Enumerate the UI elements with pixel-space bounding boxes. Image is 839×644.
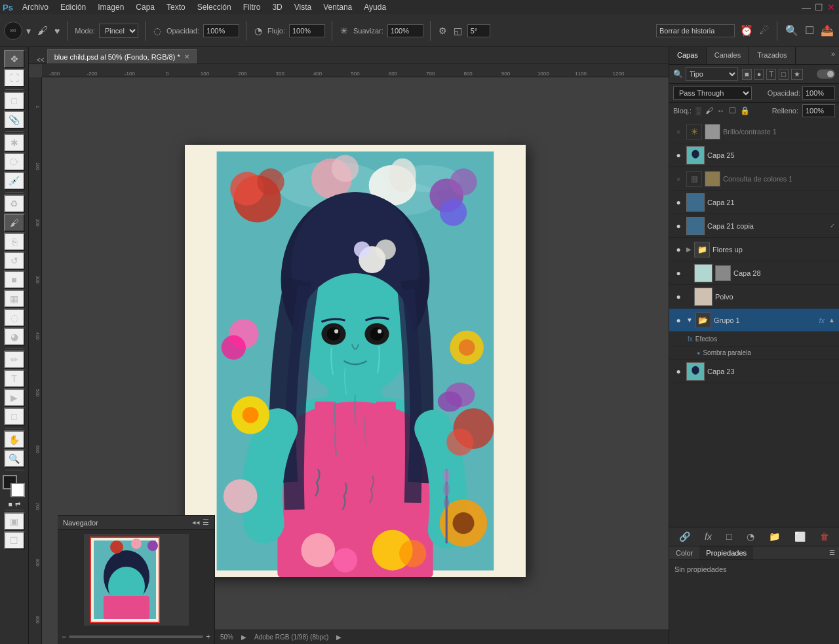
lock-transparent-icon[interactable]: ░ [695,106,701,115]
lock-image-icon[interactable]: 🖌 [705,106,713,115]
group-expand-icon[interactable]: ▼ [686,316,693,324]
layer-filter-select[interactable]: Tipo [686,67,738,81]
lock-artboard-icon[interactable]: ☐ [729,106,736,115]
tab-layers[interactable]: Capas [669,47,707,64]
eyedropper-tool[interactable]: 💉 [4,172,25,190]
opacity-input[interactable] [203,24,239,37]
marquee-tool[interactable]: □ [4,92,25,110]
opacity-value-input[interactable] [802,86,835,100]
blend-mode-select[interactable]: Pass Through [673,86,752,100]
menu-capa[interactable]: Capa [130,1,160,13]
filter-adj-icon[interactable]: ● [754,69,764,80]
brush-shape-icon[interactable]: ♥ [53,24,61,37]
zoom-slider[interactable] [69,635,203,638]
menu-edicion[interactable]: Edición [55,1,91,13]
zoom-out-btn[interactable]: − [62,632,66,641]
delete-layer-btn[interactable]: 🗑 [817,530,832,543]
layer-item[interactable]: ● Capa 28 [669,261,839,285]
layer-item[interactable]: ● Capa 21 [669,191,839,214]
angle-input[interactable] [467,24,490,37]
angle-icon[interactable]: ◱ [452,24,463,37]
hand-tool[interactable]: ✋ [4,430,25,449]
layer-item[interactable]: ● Capa 23 [669,360,839,383]
fill-value-input[interactable] [802,104,835,117]
layer-visibility-icon[interactable]: ● [673,315,684,326]
screen-mode-icon[interactable]: ☐ [4,531,25,550]
bottom-panel-options[interactable]: ☰ [825,546,839,559]
menu-texto[interactable]: Texto [161,1,191,13]
mode-select[interactable]: Pincel [99,24,138,38]
menu-3d[interactable]: 3D [267,1,287,13]
layer-visibility-icon[interactable]: ● [673,126,684,137]
artwork-canvas[interactable] [185,145,526,577]
layer-visibility-icon[interactable]: ● [673,150,684,161]
airbrush-icon[interactable]: ◔ [253,24,263,37]
navigator-collapse-icon[interactable]: ◂◂ [192,518,200,527]
filter-shape-icon[interactable]: □ [779,69,789,80]
layer-visibility-icon[interactable]: ● [673,268,684,278]
zoom-in-btn[interactable]: + [206,632,210,641]
layer-visibility-icon[interactable]: ● [673,174,684,184]
settings-icon[interactable]: ⚙ [437,24,448,37]
dodge-tool[interactable]: ◕ [4,328,25,346]
smooth-input[interactable] [387,24,423,37]
menu-archivo[interactable]: Archivo [17,1,54,13]
connect-icon[interactable]: ☄ [758,23,770,38]
layer-group-item[interactable]: ● ▼ 📂 Grupo 1 fx ▲ [669,309,839,332]
tool-preset-arrow[interactable]: ▾ [25,24,32,37]
layer-item[interactable]: ● Capa 21 copia ✓ [669,214,839,238]
color-swatches[interactable] [3,475,26,499]
filter-toggle[interactable] [817,69,835,79]
layer-group-item[interactable]: ● ▶ 📁 Flores up [669,238,839,261]
filter-smart-icon[interactable]: ★ [791,69,803,80]
layer-visibility-icon[interactable]: ● [673,197,684,208]
menu-ventana[interactable]: Ventana [318,1,357,13]
filter-pixel-icon[interactable]: ■ [742,69,752,80]
swap-colors-icon[interactable]: ⇄ [15,501,20,508]
tab-paths[interactable]: Trazados [749,47,795,64]
add-fx-btn[interactable]: fx [702,530,714,543]
blur-tool[interactable]: ◌ [4,309,25,327]
add-mask-btn[interactable]: □ [724,530,734,543]
menu-imagen[interactable]: Imagen [92,1,129,13]
quick-mask-icon[interactable]: ▣ [4,512,25,531]
menu-vista[interactable]: Vista [289,1,317,13]
navigator-thumbnail[interactable] [84,534,189,626]
quick-select-tool[interactable]: ✱ [4,134,25,152]
share-icon[interactable]: 📤 [819,23,835,38]
pen-tool[interactable]: ✏ [4,350,25,369]
document-tab[interactable]: blue child.psd al 50% (Fondo, RGB/8) * ✕ [47,49,197,64]
tab-channels[interactable]: Canales [707,47,749,64]
text-tool[interactable]: T [4,369,25,388]
smoothing-icon[interactable]: ✳ [339,24,349,37]
gradient-tool[interactable]: ▦ [4,290,25,308]
zoom-tool[interactable]: 🔍 [4,449,25,468]
layer-item[interactable]: ● ☀ Brillo/contraste 1 [669,120,839,143]
history-brush-tool[interactable]: ↺ [4,252,25,270]
menu-filtro[interactable]: Filtro [238,1,266,13]
artboard-tool[interactable]: ⛶ [4,69,25,87]
background-color[interactable] [10,483,25,497]
layer-fx-collapse-icon[interactable]: ▲ [829,316,835,324]
minimize-btn[interactable]: — [800,1,812,14]
layer-visibility-icon[interactable]: ● [673,244,684,255]
flow-input[interactable] [289,24,325,37]
create-layer-btn[interactable]: ⬜ [792,530,808,543]
lock-all-icon[interactable]: 🔒 [740,106,750,115]
maximize-btn[interactable]: ☐ [813,1,825,14]
move-tool[interactable]: ✥ [4,50,25,68]
eraser-tool[interactable]: ■ [4,271,25,289]
layer-visibility-icon[interactable]: ● [673,366,684,377]
create-adjustment-btn[interactable]: ◔ [744,530,757,543]
brush-tool[interactable]: 🖌 [4,214,25,232]
panels-collapse[interactable]: << [34,56,47,64]
workspace-icon[interactable]: ☐ [804,23,815,38]
spot-heal-tool[interactable]: ♻ [4,195,25,213]
close-btn[interactable]: ✕ [826,1,836,14]
navigator-menu-icon[interactable]: ☰ [203,518,209,527]
layer-visibility-icon[interactable]: ● [673,221,684,231]
menu-seleccion[interactable]: Selección [192,1,237,13]
lock-position-icon[interactable]: ↔ [717,106,725,115]
menu-ayuda[interactable]: Ayuda [359,1,391,13]
stamp-tool[interactable]: ⎘ [4,233,25,251]
